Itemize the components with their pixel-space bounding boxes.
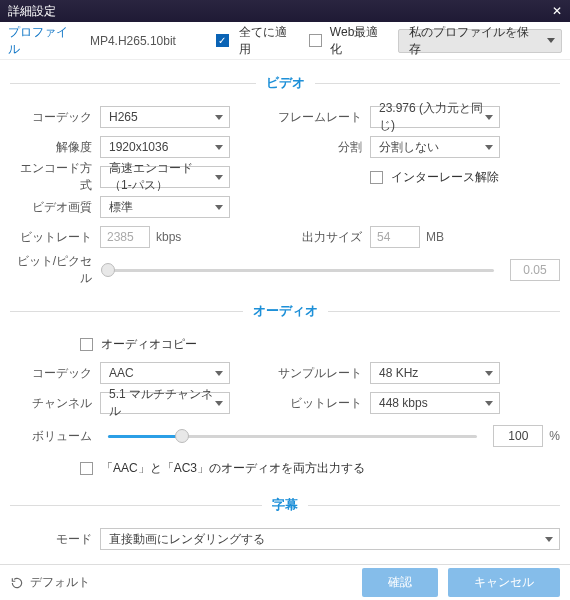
slider-thumb[interactable] xyxy=(101,263,115,277)
ok-button[interactable]: 確認 xyxy=(362,568,438,597)
quality-label: ビデオ画質 xyxy=(10,199,100,216)
audio-section-header: オーディオ xyxy=(10,302,560,320)
channel-label: チャンネル xyxy=(10,395,100,412)
split-select[interactable]: 分割しない xyxy=(370,136,500,158)
deinterlace-checkbox[interactable] xyxy=(370,171,383,184)
volume-slider[interactable] xyxy=(108,435,477,438)
chevron-down-icon xyxy=(485,115,493,120)
bitrate-input[interactable]: 2385 xyxy=(100,226,150,248)
chevron-down-icon xyxy=(215,371,223,376)
volume-unit: % xyxy=(549,429,560,443)
bitrate-unit: kbps xyxy=(156,230,181,244)
save-profile-button[interactable]: 私のプロファイルを保存 xyxy=(398,29,562,53)
encode-label: エンコード方式 xyxy=(10,160,100,194)
profile-value: MP4.H265.10bit xyxy=(90,34,176,48)
encode-select[interactable]: 高速エンコード（1-パス） xyxy=(100,166,230,188)
output-size-input[interactable]: 54 xyxy=(370,226,420,248)
bpp-value[interactable]: 0.05 xyxy=(510,259,560,281)
cancel-button[interactable]: キャンセル xyxy=(448,568,560,597)
reset-icon xyxy=(10,576,24,590)
chevron-down-icon xyxy=(215,175,223,180)
codec-label: コーデック xyxy=(10,109,100,126)
subs-section-label: 字幕 xyxy=(262,496,308,514)
split-label: 分割 xyxy=(270,139,370,156)
bitrate-label: ビットレート xyxy=(10,229,100,246)
chevron-down-icon xyxy=(215,205,223,210)
volume-label: ボリューム xyxy=(10,428,100,445)
save-profile-label: 私のプロファイルを保存 xyxy=(409,24,541,58)
web-opt-checkbox[interactable] xyxy=(309,34,322,47)
apply-all-checkbox[interactable] xyxy=(216,34,229,47)
close-icon[interactable]: ✕ xyxy=(552,0,562,22)
audio-copy-checkbox[interactable] xyxy=(80,338,93,351)
apply-all-label: 全てに適用 xyxy=(239,24,299,58)
header-bar: プロファイル MP4.H265.10bit 全てに適用 Web最適化 私のプロフ… xyxy=(0,22,570,60)
chevron-down-icon xyxy=(547,38,555,43)
dual-output-label: 「AAC」と「AC3」のオーディオを両方出力する xyxy=(101,460,365,477)
quality-select[interactable]: 標準 xyxy=(100,196,230,218)
video-section-label: ビデオ xyxy=(256,74,315,92)
video-form: コーデック H265 フレームレート 23.976 (入力元と同じ) 解像度 1… xyxy=(0,102,570,288)
video-section-header: ビデオ xyxy=(10,74,560,92)
mode-select[interactable]: 直接動画にレンダリングする xyxy=(100,528,560,550)
audio-bitrate-select[interactable]: 448 kbps xyxy=(370,392,500,414)
subs-section-header: 字幕 xyxy=(10,496,560,514)
subs-form: モード 直接動画にレンダリングする xyxy=(0,524,570,554)
chevron-down-icon xyxy=(215,145,223,150)
bpp-slider[interactable] xyxy=(108,269,494,272)
slider-thumb[interactable] xyxy=(175,429,189,443)
default-label: デフォルト xyxy=(30,574,90,591)
audio-bitrate-label: ビットレート xyxy=(270,395,370,412)
bpp-label: ビット/ピクセル xyxy=(10,253,100,287)
web-opt-label: Web最適化 xyxy=(330,24,390,58)
audio-codec-label: コーデック xyxy=(10,365,100,382)
codec-select[interactable]: H265 xyxy=(100,106,230,128)
profile-label: プロファイル xyxy=(8,24,80,58)
channel-select[interactable]: 5.1 マルチチャンネル xyxy=(100,392,230,414)
samplerate-label: サンプルレート xyxy=(270,365,370,382)
chevron-down-icon xyxy=(215,401,223,406)
footer: デフォルト 確認 キャンセル xyxy=(0,564,570,600)
framerate-label: フレームレート xyxy=(270,109,370,126)
chevron-down-icon xyxy=(485,145,493,150)
output-size-label: 出力サイズ xyxy=(270,229,370,246)
chevron-down-icon xyxy=(545,537,553,542)
volume-value[interactable]: 100 xyxy=(493,425,543,447)
audio-section-label: オーディオ xyxy=(243,302,328,320)
audio-form: オーディオコピー コーデック AAC サンプルレート 48 KHz チャンネル … xyxy=(0,330,570,482)
samplerate-select[interactable]: 48 KHz xyxy=(370,362,500,384)
audio-codec-select[interactable]: AAC xyxy=(100,362,230,384)
chevron-down-icon xyxy=(485,401,493,406)
chevron-down-icon xyxy=(215,115,223,120)
titlebar: 詳細設定 ✕ xyxy=(0,0,570,22)
resolution-select[interactable]: 1920x1036 xyxy=(100,136,230,158)
audio-copy-label: オーディオコピー xyxy=(101,336,197,353)
default-button[interactable]: デフォルト xyxy=(10,574,90,591)
resolution-label: 解像度 xyxy=(10,139,100,156)
dual-output-checkbox[interactable] xyxy=(80,462,93,475)
mode-label: モード xyxy=(10,531,100,548)
framerate-select[interactable]: 23.976 (入力元と同じ) xyxy=(370,106,500,128)
window-title: 詳細設定 xyxy=(8,0,56,22)
chevron-down-icon xyxy=(485,371,493,376)
output-size-unit: MB xyxy=(426,230,444,244)
deinterlace-label: インターレース解除 xyxy=(391,169,499,186)
